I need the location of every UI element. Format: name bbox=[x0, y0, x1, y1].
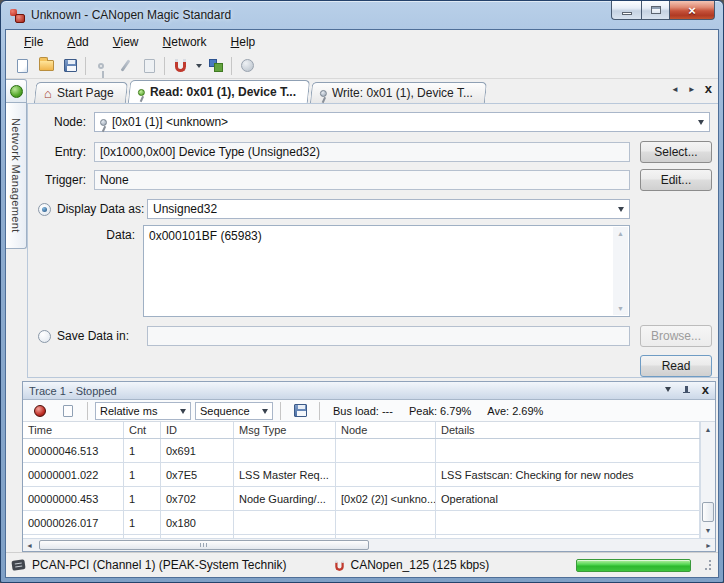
time-mode-combobox[interactable]: Relative ms bbox=[95, 402, 191, 420]
app-icon bbox=[9, 7, 25, 23]
trace-panel-header[interactable]: Trace 1 - Stopped x bbox=[23, 382, 715, 400]
chevron-down-icon bbox=[180, 409, 186, 417]
column-header-time[interactable]: Time bbox=[23, 422, 124, 438]
scroll-left-icon[interactable]: ◄ bbox=[26, 542, 33, 549]
cell-time: 00000000.453 bbox=[23, 487, 124, 510]
cell-msg-type: Node Guarding/... bbox=[234, 487, 336, 510]
trace-horizontal-scrollbar[interactable]: ◄ ► bbox=[23, 538, 715, 551]
scroll-down-icon[interactable]: ▼ bbox=[705, 523, 712, 538]
cell-id: 0x691 bbox=[161, 439, 234, 462]
read-button[interactable]: Read bbox=[640, 355, 712, 377]
tab-read-device-type[interactable]: Read: 0x01 (1), Device T... bbox=[127, 80, 309, 103]
column-header-msg-type[interactable]: Msg Type bbox=[234, 422, 336, 438]
upper-area: Network Management ⌂ Start Page Read: 0x… bbox=[6, 79, 718, 378]
read-pin-icon bbox=[138, 89, 145, 96]
web-button[interactable] bbox=[235, 55, 259, 77]
close-icon: × bbox=[688, 4, 696, 17]
time-mode-value: Relative ms bbox=[100, 405, 157, 417]
tab-scroll-left-icon[interactable]: ◄ bbox=[671, 86, 679, 94]
save-icon bbox=[64, 59, 77, 72]
main-toolbar bbox=[6, 53, 718, 79]
cell-id: 0x702 bbox=[161, 487, 234, 510]
trigger-field[interactable]: None bbox=[94, 170, 630, 190]
column-header-id[interactable]: ID bbox=[161, 422, 234, 438]
pin-icon[interactable] bbox=[682, 385, 691, 397]
tab-write-device-type[interactable]: Write: 0x01 (1), Device T... bbox=[310, 82, 487, 103]
save-data-radio[interactable] bbox=[38, 330, 51, 343]
display-data-combobox[interactable]: Unsigned32 bbox=[147, 199, 630, 219]
chevron-down-icon bbox=[262, 409, 268, 417]
tab-close-icon[interactable]: x bbox=[705, 82, 712, 95]
data-textarea[interactable]: 0x000101BF (65983) ▲ ▼ bbox=[143, 225, 630, 317]
network-connect-button[interactable] bbox=[168, 55, 192, 77]
copy-tool-button[interactable] bbox=[137, 55, 161, 77]
cell-id: 0x7E5 bbox=[161, 463, 234, 486]
close-button[interactable]: × bbox=[669, 1, 715, 20]
tab-scroll-right-icon[interactable]: ► bbox=[688, 86, 696, 94]
scroll-down-icon[interactable]: ▼ bbox=[617, 302, 624, 315]
edit-button[interactable]: Edit... bbox=[640, 169, 712, 191]
data-value: 0x000101BF (65983) bbox=[149, 229, 262, 243]
display-data-radio[interactable] bbox=[38, 203, 51, 216]
save-button[interactable] bbox=[58, 55, 82, 77]
new-button[interactable] bbox=[10, 55, 34, 77]
menu-network[interactable]: Network bbox=[163, 35, 207, 49]
trace-record-button[interactable] bbox=[28, 400, 52, 422]
cell-cnt: 1 bbox=[124, 487, 161, 510]
entry-field[interactable]: [0x1000,0x00] Device Type (Unsigned32) bbox=[94, 142, 630, 162]
tab-label: Read: 0x01 (1), Device T... bbox=[150, 85, 296, 99]
trace-close-icon[interactable]: x bbox=[702, 383, 709, 396]
display-data-label: Display Data as: bbox=[57, 202, 147, 216]
scroll-up-icon[interactable]: ▲ bbox=[705, 422, 712, 437]
scroll-up-icon[interactable]: ▲ bbox=[617, 227, 624, 240]
read-key-icon bbox=[98, 63, 104, 69]
network-connect-dropdown[interactable] bbox=[192, 55, 204, 77]
network-setup-button[interactable] bbox=[204, 55, 228, 77]
network-management-icon-tab[interactable] bbox=[6, 79, 27, 103]
menu-help[interactable]: Help bbox=[231, 35, 256, 49]
table-row[interactable]: 00000000.453 1 0x702 Node Guarding/... [… bbox=[23, 487, 700, 511]
read-tool-button[interactable] bbox=[89, 55, 113, 77]
bus-peak: Peak: 6.79% bbox=[409, 405, 471, 417]
sort-mode-combobox[interactable]: Sequence bbox=[195, 402, 273, 420]
trace-save-button[interactable] bbox=[288, 400, 312, 422]
scroll-right-icon[interactable]: ► bbox=[705, 542, 712, 549]
read-action-row: Read bbox=[34, 355, 712, 377]
column-header-details[interactable]: Details bbox=[436, 422, 700, 438]
save-data-field[interactable] bbox=[147, 326, 630, 346]
table-row[interactable]: 00000026.017 1 0x180 bbox=[23, 511, 700, 535]
cell-id: 0x180 bbox=[161, 511, 234, 534]
trace-title: Trace 1 - Stopped bbox=[29, 385, 117, 397]
data-scrollbar[interactable]: ▲ ▼ bbox=[613, 227, 628, 315]
select-button[interactable]: Select... bbox=[640, 141, 712, 163]
trace-copy-button[interactable] bbox=[56, 400, 80, 422]
cell-details bbox=[436, 439, 700, 462]
table-row[interactable]: 00000001.022 1 0x7E5 LSS Master Req... L… bbox=[23, 463, 700, 487]
titlebar[interactable]: Unknown - CANopen Magic Standard × bbox=[1, 1, 723, 29]
node-combobox[interactable]: [0x01 (1)] <unknown> bbox=[94, 112, 710, 132]
chevron-down-icon bbox=[618, 207, 624, 215]
toolbar-separator bbox=[280, 402, 281, 420]
menu-add[interactable]: Add bbox=[67, 35, 88, 49]
document-area: ⌂ Start Page Read: 0x01 (1), Device T...… bbox=[27, 79, 718, 378]
window-title: Unknown - CANopen Magic Standard bbox=[31, 8, 231, 22]
trace-menu-icon[interactable] bbox=[665, 387, 671, 395]
table-row[interactable]: 00000046.513 1 0x691 bbox=[23, 439, 700, 463]
menu-view[interactable]: View bbox=[113, 35, 139, 49]
column-header-node[interactable]: Node bbox=[336, 422, 436, 438]
maximize-button[interactable] bbox=[641, 1, 669, 20]
tab-start-page[interactable]: ⌂ Start Page bbox=[34, 82, 128, 103]
scrollbar-thumb[interactable] bbox=[39, 540, 369, 550]
toolbar-separator bbox=[164, 57, 165, 75]
trace-vertical-scrollbar[interactable]: ▲ ▼ bbox=[700, 422, 715, 538]
scrollbar-thumb[interactable] bbox=[702, 502, 714, 522]
bus-average: Ave: 2.69% bbox=[487, 405, 543, 417]
open-button[interactable] bbox=[34, 55, 58, 77]
resize-grip-icon[interactable] bbox=[701, 560, 712, 571]
data-row: Data: 0x000101BF (65983) ▲ ▼ bbox=[34, 225, 712, 317]
column-header-cnt[interactable]: Cnt bbox=[124, 422, 161, 438]
minimize-button[interactable] bbox=[611, 1, 641, 20]
sidebar-tab-network-management[interactable]: Network Management bbox=[6, 103, 27, 249]
write-tool-button[interactable] bbox=[113, 55, 137, 77]
menu-file[interactable]: File bbox=[24, 35, 43, 49]
